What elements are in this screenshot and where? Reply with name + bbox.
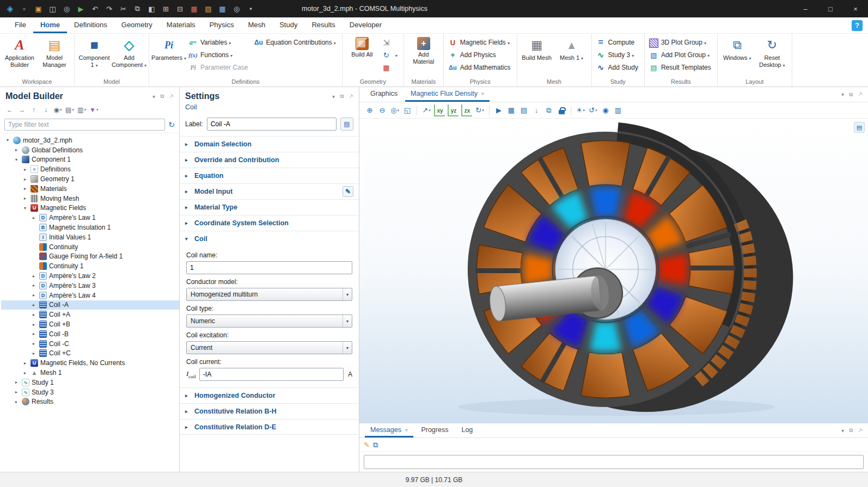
label-input[interactable] bbox=[207, 118, 337, 131]
go-to-view-icon[interactable]: ↗▾ bbox=[420, 104, 432, 116]
tree-expander[interactable] bbox=[22, 186, 28, 191]
table-icon[interactable]: ▦ bbox=[216, 2, 229, 16]
tree-item-amperes-law-4[interactable]: Ampère's Law 4 bbox=[1, 291, 179, 300]
mesh-1-button[interactable]: Mesh 1 bbox=[555, 35, 589, 63]
study-3-button[interactable]: Study 3 bbox=[595, 49, 641, 61]
tab-geometry[interactable]: Geometry bbox=[114, 17, 160, 33]
add-component-button[interactable]: Add Component bbox=[112, 35, 146, 70]
zoom-icon[interactable]: ◎ bbox=[230, 2, 243, 16]
tree-expander[interactable] bbox=[22, 206, 28, 211]
move-up-icon[interactable]: ↑ bbox=[28, 104, 39, 115]
parameter-case-button[interactable]: Parameter Case bbox=[187, 61, 251, 73]
section-model-input[interactable]: Model Input✎ bbox=[180, 183, 359, 199]
tree-item-materials[interactable]: Materials bbox=[1, 184, 179, 194]
copy-messages-icon[interactable]: ⧉ bbox=[373, 441, 378, 449]
section-coil[interactable]: Coil bbox=[180, 231, 359, 246]
camera-snapshot-icon[interactable]: ◉ bbox=[600, 104, 612, 116]
close-icon[interactable] bbox=[481, 90, 484, 97]
minimize-button[interactable]: – bbox=[793, 0, 818, 17]
open-icon[interactable]: ▣ bbox=[32, 2, 45, 16]
conductor-model-select[interactable]: Homogenized multiturn bbox=[186, 288, 352, 301]
tree-expander[interactable] bbox=[22, 167, 28, 172]
model-manager-button[interactable]: Model Manager bbox=[38, 35, 71, 70]
panel-menu-icon[interactable] bbox=[152, 94, 155, 100]
tree-item-amperes-law-3[interactable]: Ampère's Law 3 bbox=[1, 281, 179, 291]
tree-expander[interactable] bbox=[22, 361, 28, 366]
graphics-viewport[interactable]: ▤ bbox=[359, 119, 868, 423]
tree-item-study-1[interactable]: Study 1 bbox=[1, 378, 179, 387]
tree-expander[interactable] bbox=[13, 390, 20, 394]
section-equation[interactable]: Equation bbox=[180, 168, 359, 183]
add-plot-group-button[interactable]: Add Plot Group bbox=[647, 49, 714, 61]
tree-item-global-definitions[interactable]: Global Definitions bbox=[1, 145, 179, 155]
tree-expander[interactable] bbox=[30, 341, 37, 346]
tree-item-geometry-1[interactable]: Geometry 1 bbox=[1, 174, 179, 184]
plot-properties-icon[interactable]: ▤ bbox=[854, 122, 865, 133]
functions-button[interactable]: Functions bbox=[187, 49, 251, 61]
tree-item-magnetic-insulation-1[interactable]: Magnetic Insulation 1 bbox=[1, 223, 179, 232]
add-physics-button[interactable]: Add Physics bbox=[447, 49, 514, 61]
coil-name-input[interactable] bbox=[186, 261, 352, 274]
pin-panel-icon[interactable] bbox=[169, 94, 174, 100]
tab-messages[interactable]: Messages bbox=[365, 423, 413, 437]
float-panel-icon[interactable] bbox=[849, 427, 853, 434]
tree-expander[interactable] bbox=[30, 283, 37, 288]
tree-item-coil-minus-a[interactable]: Coil -A bbox=[1, 300, 179, 310]
tree-item-mesh-1[interactable]: Mesh 1 bbox=[1, 368, 179, 378]
panel-menu-icon[interactable] bbox=[841, 91, 844, 97]
pin-panel-icon[interactable] bbox=[858, 91, 863, 97]
tab-log[interactable]: Log bbox=[456, 423, 478, 437]
undo-icon[interactable]: ↶ bbox=[88, 2, 102, 16]
tree-item-root[interactable]: motor_3d_2.mph bbox=[1, 135, 179, 145]
section-domain-selection[interactable]: Domain Selection bbox=[180, 136, 359, 152]
section-homogenized-conductor[interactable]: Homogenized Conductor bbox=[180, 387, 359, 403]
tree-expander[interactable] bbox=[13, 380, 20, 385]
tree-expander[interactable] bbox=[30, 274, 37, 279]
tree-item-coil-plus-c[interactable]: Coil +C bbox=[1, 349, 179, 359]
redo-icon[interactable]: ↷ bbox=[102, 2, 116, 16]
result-templates-button[interactable]: Result Templates bbox=[647, 61, 714, 73]
tree-expander[interactable] bbox=[30, 293, 37, 298]
tree-item-continuity[interactable]: Continuity bbox=[1, 242, 179, 252]
tab-results[interactable]: Results bbox=[304, 17, 342, 33]
table-icon[interactable]: ▤ bbox=[518, 104, 530, 116]
view-yz-button[interactable]: yz bbox=[448, 104, 459, 116]
tab-home[interactable]: Home bbox=[33, 17, 67, 33]
node-text-icon[interactable]: ▤▾ bbox=[64, 104, 75, 115]
section-coordinate-system-selection[interactable]: Coordinate System Selection bbox=[180, 215, 359, 231]
tree-item-study-3[interactable]: Study 3 bbox=[1, 387, 179, 397]
tree-item-initial-values-1[interactable]: Initial Values 1 bbox=[1, 232, 179, 242]
tree-expander[interactable] bbox=[13, 157, 20, 162]
tab-progress[interactable]: Progress bbox=[415, 423, 454, 437]
move-down-icon[interactable]: ↓ bbox=[40, 104, 51, 115]
tree-item-gauge-fixing[interactable]: Gauge Fixing for A-field 1 bbox=[1, 252, 179, 262]
tree-item-amperes-law-1[interactable]: Ampère's Law 1 bbox=[1, 213, 179, 223]
tab-materials[interactable]: Materials bbox=[160, 17, 203, 33]
tree-expander[interactable] bbox=[30, 303, 37, 307]
update-view-icon[interactable]: ↺▾ bbox=[587, 104, 599, 116]
component-1-button[interactable]: Component 1 bbox=[77, 35, 111, 70]
view-zx-button[interactable]: zx bbox=[461, 104, 472, 116]
coil-excitation-select[interactable]: Current bbox=[186, 341, 352, 354]
clear-messages-icon[interactable]: ✎ bbox=[364, 441, 370, 449]
preview-icon[interactable]: ◎ bbox=[60, 2, 74, 16]
insert-icon[interactable]: ⊞ bbox=[159, 2, 173, 16]
tree-expander[interactable] bbox=[30, 322, 37, 327]
frame-icon[interactable]: ⧉ bbox=[543, 104, 555, 116]
delete-icon[interactable]: ⊟ bbox=[173, 2, 187, 16]
tab-developer[interactable]: Developer bbox=[343, 17, 389, 33]
float-panel-icon[interactable] bbox=[340, 93, 344, 100]
tree-item-coil-plus-b[interactable]: Coil +B bbox=[1, 319, 179, 329]
variables-button[interactable]: Variables bbox=[187, 36, 251, 48]
tab-study[interactable]: Study bbox=[272, 17, 304, 33]
3d-plot-group-button[interactable]: 3D Plot Group bbox=[647, 36, 714, 48]
scene-light-icon[interactable]: ☀▾ bbox=[574, 104, 586, 116]
forward-icon[interactable]: → bbox=[16, 104, 27, 115]
application-builder-button[interactable]: Application Builder bbox=[3, 35, 36, 70]
messages-input[interactable] bbox=[364, 455, 864, 469]
tree-expander[interactable] bbox=[22, 177, 28, 182]
build-mesh-button[interactable]: Build Mesh bbox=[520, 35, 554, 63]
coil-type-select[interactable]: Numeric bbox=[186, 315, 352, 328]
magnetic-fields-button[interactable]: Magnetic Fields bbox=[447, 36, 514, 48]
tab-mesh[interactable]: Mesh bbox=[241, 17, 272, 33]
